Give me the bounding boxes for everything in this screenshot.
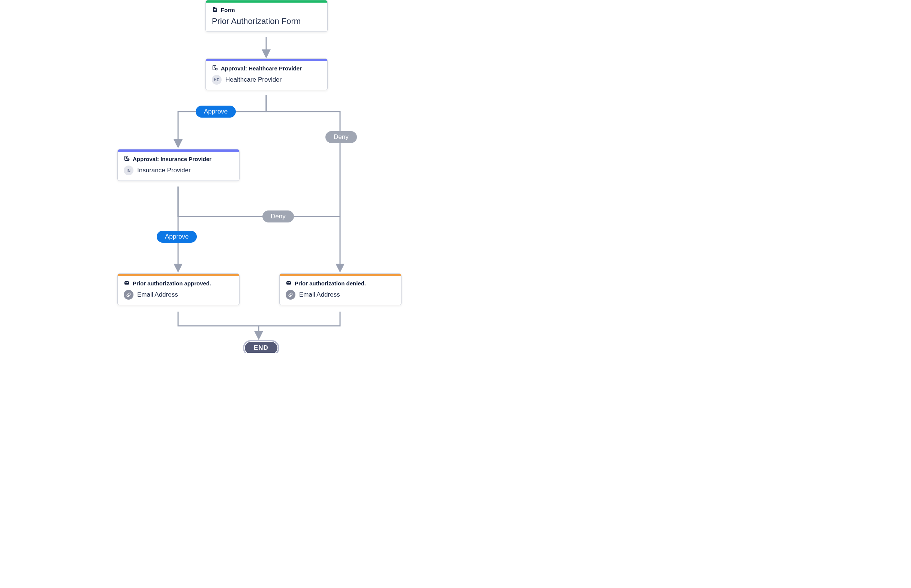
node-form[interactable]: Form Prior Authorization Form [206,0,327,32]
assignee-name: Healthcare Provider [225,76,282,84]
workflow-canvas: Form Prior Authorization Form Approval: … [0,0,546,353]
node-header: Prior authorization denied. [295,280,366,286]
node-end[interactable]: END [243,340,279,353]
recipient: Email Address [137,291,178,299]
recipient: Email Address [299,291,340,299]
node-approval-insurance[interactable]: Approval: Insurance Provider IN Insuranc… [117,149,240,181]
edge-label-deny-insurance: Deny [263,210,294,223]
assignee-name: Insurance Provider [137,166,191,174]
approval-icon [124,155,130,163]
svg-rect-1 [214,10,216,10]
edge-label-approve-healthcare: Approve [196,106,236,118]
approval-icon [212,65,218,72]
assignee-avatar: HE [212,75,222,85]
form-title: Prior Authorization Form [212,16,321,26]
node-email-approved[interactable]: Prior authorization approved. Email Addr… [117,273,240,305]
mail-icon [124,280,130,287]
node-type-label: Form [221,7,235,13]
link-icon [286,290,295,300]
node-approval-healthcare[interactable]: Approval: Healthcare Provider HE Healthc… [206,58,327,90]
svg-rect-0 [214,10,216,10]
connectors-layer [0,0,546,353]
svg-rect-2 [214,11,216,11]
node-header: Prior authorization approved. [133,280,211,286]
link-icon [124,290,133,300]
node-header: Approval: Insurance Provider [133,156,211,162]
node-email-denied[interactable]: Prior authorization denied. Email Addres… [279,273,402,305]
mail-icon [286,280,292,287]
assignee-avatar: IN [124,166,133,175]
document-icon [212,6,218,13]
edge-label-deny-healthcare: Deny [326,131,357,143]
edge-label-approve-insurance: Approve [157,231,197,243]
end-label: END [254,344,268,351]
node-header: Approval: Healthcare Provider [221,65,302,71]
